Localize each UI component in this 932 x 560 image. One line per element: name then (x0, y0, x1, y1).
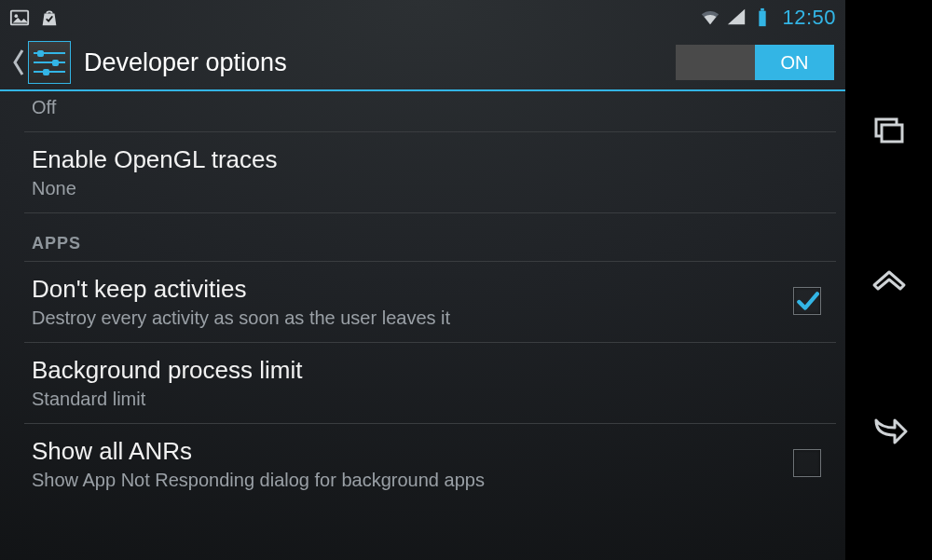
list-item-sub: Standard limit (32, 389, 821, 410)
checkbox[interactable] (793, 287, 821, 315)
status-left (9, 8, 60, 27)
section-title: Apps (32, 234, 829, 253)
action-bar: Developer options ON (0, 35, 845, 91)
screen: 12:50 Developer options ON (0, 0, 845, 560)
checkbox[interactable] (793, 449, 821, 477)
svg-rect-3 (761, 8, 765, 11)
list-item-title: Enable OpenGL traces (32, 143, 821, 176)
list-item-bg-process-limit[interactable]: Background process limit Standard limit (24, 343, 836, 424)
svg-point-1 (15, 14, 19, 18)
back-nav-button[interactable] (861, 402, 917, 458)
settings-list[interactable]: Off Enable OpenGL traces None Apps Don't… (0, 91, 845, 560)
wifi-icon (700, 8, 720, 27)
battery-icon (752, 8, 773, 27)
picture-icon (9, 8, 30, 27)
list-item-sub: Destroy every activity as soon as the us… (32, 307, 778, 329)
toggle-off-side (676, 45, 755, 80)
master-toggle[interactable]: ON (676, 45, 834, 80)
back-button[interactable] (11, 48, 26, 76)
list-item-show-anrs[interactable]: Show all ANRs Show App Not Responding di… (24, 424, 836, 504)
recent-apps-button[interactable] (861, 102, 917, 158)
list-item-prev[interactable]: Off (24, 91, 836, 132)
list-item-dont-keep-activities[interactable]: Don't keep activities Destroy every acti… (24, 262, 836, 343)
list-item-title: Show all ANRs (32, 435, 778, 468)
svg-rect-2 (760, 11, 766, 27)
clock: 12:50 (782, 6, 836, 30)
device-frame: 12:50 Developer options ON (0, 0, 932, 560)
system-nav-bar (845, 0, 932, 560)
cell-signal-icon (726, 8, 747, 27)
list-item-sub: Show App Not Responding dialog for backg… (32, 470, 778, 491)
list-item-title: Background process limit (32, 354, 821, 387)
section-header-apps: Apps (24, 213, 836, 262)
list-item-sub: Off (32, 97, 821, 118)
shopping-bag-icon (39, 8, 60, 27)
settings-icon[interactable] (28, 41, 71, 84)
toggle-on-side: ON (755, 45, 834, 80)
list-item-sub: None (32, 178, 821, 199)
status-bar: 12:50 (0, 0, 845, 35)
svg-rect-5 (882, 125, 902, 142)
status-right: 12:50 (700, 6, 836, 30)
page-title: Developer options (84, 48, 287, 77)
home-button[interactable] (861, 252, 917, 307)
list-item-title: Don't keep activities (32, 273, 778, 306)
list-item-opengl-traces[interactable]: Enable OpenGL traces None (24, 132, 836, 213)
